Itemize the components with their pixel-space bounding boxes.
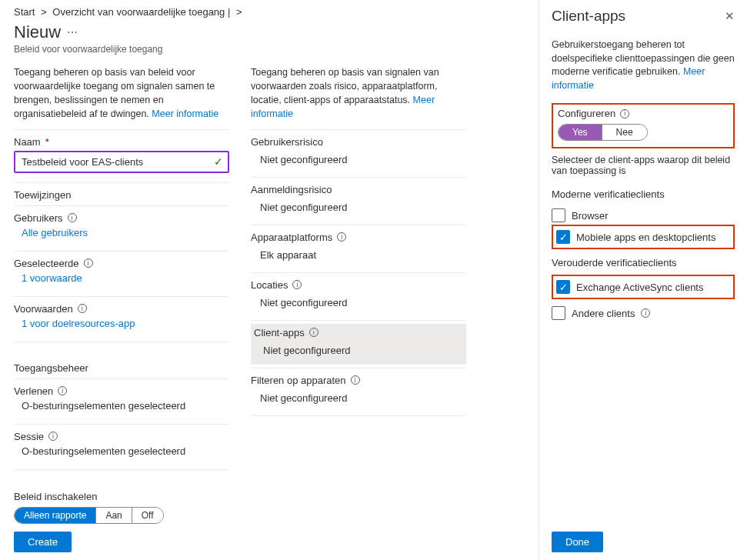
checkbox-browser[interactable] bbox=[552, 208, 565, 222]
highlight-configure: Configurereni Yes Nee bbox=[552, 103, 735, 148]
toggle-yes[interactable]: Yes bbox=[559, 125, 602, 140]
configure-toggle[interactable]: Yes Nee bbox=[558, 124, 648, 141]
condition-signin-risk[interactable]: Aanmeldingsrisico Niet geconfigureerd bbox=[251, 181, 466, 222]
users-label[interactable]: Gebruikersi bbox=[14, 212, 229, 224]
info-icon[interactable]: i bbox=[84, 258, 93, 268]
toggle-no[interactable]: Nee bbox=[602, 125, 647, 140]
info-icon[interactable]: i bbox=[337, 232, 346, 242]
group-modern-label: Moderne verificatieclients bbox=[552, 188, 735, 200]
close-icon[interactable]: ✕ bbox=[725, 9, 735, 23]
panel-title: Client-apps bbox=[552, 8, 625, 25]
info-icon[interactable]: i bbox=[292, 280, 302, 289]
done-button[interactable]: Done bbox=[552, 532, 603, 552]
name-input[interactable] bbox=[14, 151, 229, 173]
condition-device-filter[interactable]: Filteren op apparateni Niet geconfiguree… bbox=[251, 372, 466, 412]
page-title: Nieuw bbox=[14, 22, 61, 42]
selected-label[interactable]: Geselecteerdei bbox=[14, 258, 229, 269]
condition-user-risk[interactable]: Gebruikersrisico Niet geconfigureerd bbox=[251, 133, 466, 174]
users-value[interactable]: Alle gebruikers bbox=[14, 225, 229, 245]
enable-policy-toggle[interactable]: Alleen rapporte Aan Off bbox=[14, 507, 164, 524]
conditions-label[interactable]: Voorwaardeni bbox=[14, 303, 229, 315]
left-description: Toegang beheren op basis van beleid voor… bbox=[14, 65, 229, 122]
checkbox-browser-row[interactable]: Browser bbox=[552, 206, 735, 225]
more-info-link[interactable]: Meer informatie bbox=[152, 108, 218, 119]
info-icon[interactable]: i bbox=[78, 304, 87, 313]
breadcrumb-sep: > bbox=[41, 6, 47, 18]
session-value[interactable]: O-besturingselementen geselecteerd bbox=[14, 444, 229, 463]
condition-locations[interactable]: Locatiesi Niet geconfigureerd bbox=[251, 276, 466, 317]
toggle-off[interactable]: Off bbox=[132, 508, 163, 523]
info-icon[interactable]: i bbox=[68, 213, 77, 222]
info-icon[interactable]: i bbox=[58, 386, 67, 395]
access-heading: Toegangsbeheer bbox=[14, 362, 229, 374]
highlight-eas: Exchange ActiveSync clients bbox=[552, 275, 735, 299]
info-icon[interactable]: i bbox=[309, 328, 318, 337]
info-icon[interactable]: i bbox=[48, 432, 58, 441]
info-icon[interactable]: i bbox=[620, 109, 629, 118]
checkbox-eas-row[interactable]: Exchange ActiveSync clients bbox=[556, 278, 730, 296]
panel-description: Gebruikerstoegang beheren tot doelspecif… bbox=[552, 38, 735, 92]
info-icon[interactable]: i bbox=[351, 375, 360, 385]
toggle-on[interactable]: Aan bbox=[95, 508, 131, 523]
breadcrumb-sep: > bbox=[236, 6, 242, 18]
group-legacy-label: Verouderde verificatieclients bbox=[552, 257, 735, 268]
conditions-description: Toegang beheren op basis van signalen va… bbox=[251, 65, 466, 122]
configure-label: Configurereni bbox=[558, 108, 729, 119]
checkmark-icon: ✓ bbox=[214, 155, 223, 168]
page-subtitle: Beleid voor voorwaardelijke toegang bbox=[14, 44, 525, 55]
highlight-mobile: Mobiele apps en desktopclients bbox=[552, 225, 735, 249]
enable-policy-label: Beleid inschakelen bbox=[14, 491, 525, 502]
create-button[interactable]: Create bbox=[14, 532, 72, 552]
panel-select-text: Selecteer de client-apps waarop dit bele… bbox=[552, 155, 735, 176]
assignments-heading: Toewijzingen bbox=[14, 189, 229, 201]
checkbox-mobile[interactable] bbox=[556, 230, 570, 244]
checkbox-other-row[interactable]: Andere clients i bbox=[552, 304, 735, 322]
session-label[interactable]: Sessiei bbox=[14, 431, 229, 442]
checkbox-mobile-row[interactable]: Mobiele apps en desktopclients bbox=[556, 228, 730, 246]
selected-value[interactable]: 1 voorwaarde bbox=[14, 271, 229, 290]
grant-label[interactable]: Verleneni bbox=[14, 385, 229, 397]
checkbox-other[interactable] bbox=[552, 306, 565, 320]
toggle-report-only[interactable]: Alleen rapporte bbox=[15, 508, 95, 523]
breadcrumb-overview[interactable]: Overzicht van voorwaardelijke toegang | bbox=[52, 6, 230, 18]
more-actions-icon[interactable]: ⋯ bbox=[67, 26, 78, 38]
grant-value[interactable]: O-besturingselementen geselecteerd bbox=[14, 398, 229, 418]
name-label: Naam* bbox=[14, 136, 229, 148]
checkbox-eas[interactable] bbox=[556, 280, 570, 294]
breadcrumb-home[interactable]: Start bbox=[14, 6, 35, 18]
checkbox-other-label: Andere clients bbox=[572, 308, 635, 319]
breadcrumb[interactable]: Start > Overzicht van voorwaardelijke to… bbox=[14, 6, 525, 18]
condition-client-apps[interactable]: Client-appsi Niet geconfigureerd bbox=[251, 324, 466, 365]
checkbox-mobile-label: Mobiele apps en desktopclients bbox=[576, 232, 715, 243]
checkbox-browser-label: Browser bbox=[572, 210, 609, 222]
checkbox-eas-label: Exchange ActiveSync clients bbox=[576, 282, 703, 293]
condition-device-platforms[interactable]: Apparaatplatformsi Elk apparaat bbox=[251, 228, 466, 269]
conditions-value[interactable]: 1 voor doelresources-app bbox=[14, 316, 229, 335]
info-icon[interactable]: i bbox=[641, 308, 650, 318]
